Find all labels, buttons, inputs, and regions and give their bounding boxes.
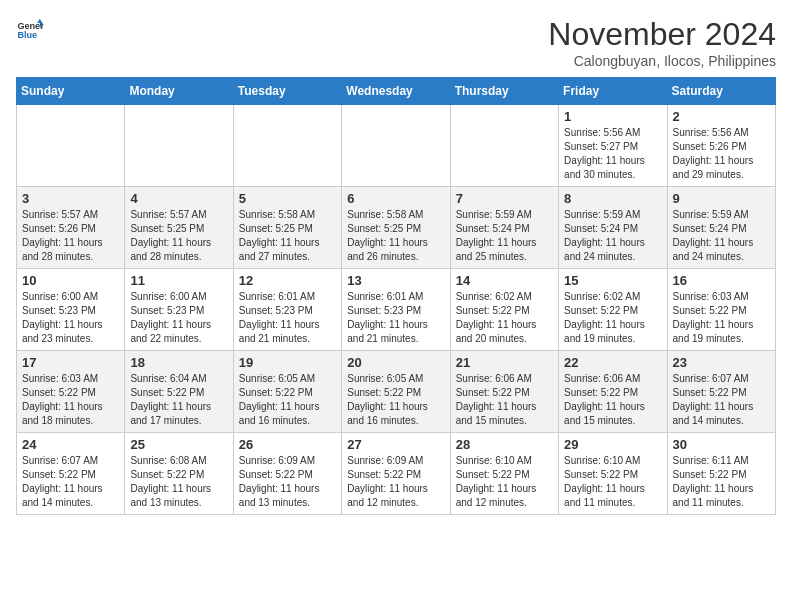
day-cell: 23Sunrise: 6:07 AMSunset: 5:22 PMDayligh… <box>667 351 775 433</box>
day-info: Sunrise: 6:04 AMSunset: 5:22 PMDaylight:… <box>130 372 227 428</box>
day-info: Sunrise: 6:10 AMSunset: 5:22 PMDaylight:… <box>456 454 553 510</box>
day-info: Sunrise: 5:59 AMSunset: 5:24 PMDaylight:… <box>673 208 770 264</box>
day-cell: 19Sunrise: 6:05 AMSunset: 5:22 PMDayligh… <box>233 351 341 433</box>
day-info: Sunrise: 6:08 AMSunset: 5:22 PMDaylight:… <box>130 454 227 510</box>
day-number: 14 <box>456 273 553 288</box>
weekday-header-sunday: Sunday <box>17 78 125 105</box>
day-cell: 14Sunrise: 6:02 AMSunset: 5:22 PMDayligh… <box>450 269 558 351</box>
day-info: Sunrise: 6:05 AMSunset: 5:22 PMDaylight:… <box>239 372 336 428</box>
day-number: 22 <box>564 355 661 370</box>
day-cell: 2Sunrise: 5:56 AMSunset: 5:26 PMDaylight… <box>667 105 775 187</box>
day-cell <box>17 105 125 187</box>
logo: General Blue General Blue <box>16 16 44 44</box>
day-number: 23 <box>673 355 770 370</box>
day-number: 10 <box>22 273 119 288</box>
day-cell <box>233 105 341 187</box>
day-number: 13 <box>347 273 444 288</box>
week-row-4: 17Sunrise: 6:03 AMSunset: 5:22 PMDayligh… <box>17 351 776 433</box>
day-cell: 18Sunrise: 6:04 AMSunset: 5:22 PMDayligh… <box>125 351 233 433</box>
month-title: November 2024 <box>548 16 776 53</box>
day-cell: 27Sunrise: 6:09 AMSunset: 5:22 PMDayligh… <box>342 433 450 515</box>
day-number: 29 <box>564 437 661 452</box>
day-cell: 21Sunrise: 6:06 AMSunset: 5:22 PMDayligh… <box>450 351 558 433</box>
day-number: 18 <box>130 355 227 370</box>
day-cell: 12Sunrise: 6:01 AMSunset: 5:23 PMDayligh… <box>233 269 341 351</box>
day-info: Sunrise: 5:56 AMSunset: 5:27 PMDaylight:… <box>564 126 661 182</box>
day-info: Sunrise: 6:09 AMSunset: 5:22 PMDaylight:… <box>347 454 444 510</box>
day-cell: 5Sunrise: 5:58 AMSunset: 5:25 PMDaylight… <box>233 187 341 269</box>
day-info: Sunrise: 6:06 AMSunset: 5:22 PMDaylight:… <box>564 372 661 428</box>
day-number: 7 <box>456 191 553 206</box>
day-number: 6 <box>347 191 444 206</box>
week-row-5: 24Sunrise: 6:07 AMSunset: 5:22 PMDayligh… <box>17 433 776 515</box>
day-number: 16 <box>673 273 770 288</box>
day-info: Sunrise: 5:58 AMSunset: 5:25 PMDaylight:… <box>239 208 336 264</box>
day-info: Sunrise: 6:06 AMSunset: 5:22 PMDaylight:… <box>456 372 553 428</box>
day-number: 28 <box>456 437 553 452</box>
day-number: 30 <box>673 437 770 452</box>
day-cell: 17Sunrise: 6:03 AMSunset: 5:22 PMDayligh… <box>17 351 125 433</box>
day-cell: 1Sunrise: 5:56 AMSunset: 5:27 PMDaylight… <box>559 105 667 187</box>
day-number: 12 <box>239 273 336 288</box>
day-cell: 10Sunrise: 6:00 AMSunset: 5:23 PMDayligh… <box>17 269 125 351</box>
day-cell <box>450 105 558 187</box>
day-info: Sunrise: 6:10 AMSunset: 5:22 PMDaylight:… <box>564 454 661 510</box>
weekday-header-monday: Monday <box>125 78 233 105</box>
day-cell: 11Sunrise: 6:00 AMSunset: 5:23 PMDayligh… <box>125 269 233 351</box>
day-cell <box>342 105 450 187</box>
day-cell: 16Sunrise: 6:03 AMSunset: 5:22 PMDayligh… <box>667 269 775 351</box>
calendar-body: 1Sunrise: 5:56 AMSunset: 5:27 PMDaylight… <box>17 105 776 515</box>
day-cell: 6Sunrise: 5:58 AMSunset: 5:25 PMDaylight… <box>342 187 450 269</box>
day-info: Sunrise: 6:00 AMSunset: 5:23 PMDaylight:… <box>22 290 119 346</box>
location-subtitle: Calongbuyan, Ilocos, Philippines <box>548 53 776 69</box>
day-number: 4 <box>130 191 227 206</box>
day-info: Sunrise: 6:01 AMSunset: 5:23 PMDaylight:… <box>347 290 444 346</box>
weekday-header-tuesday: Tuesday <box>233 78 341 105</box>
logo-icon: General Blue <box>16 16 44 44</box>
week-row-3: 10Sunrise: 6:00 AMSunset: 5:23 PMDayligh… <box>17 269 776 351</box>
day-info: Sunrise: 5:56 AMSunset: 5:26 PMDaylight:… <box>673 126 770 182</box>
weekday-header-thursday: Thursday <box>450 78 558 105</box>
day-info: Sunrise: 6:05 AMSunset: 5:22 PMDaylight:… <box>347 372 444 428</box>
day-number: 15 <box>564 273 661 288</box>
day-cell: 30Sunrise: 6:11 AMSunset: 5:22 PMDayligh… <box>667 433 775 515</box>
day-info: Sunrise: 6:07 AMSunset: 5:22 PMDaylight:… <box>22 454 119 510</box>
day-info: Sunrise: 6:02 AMSunset: 5:22 PMDaylight:… <box>564 290 661 346</box>
day-cell: 9Sunrise: 5:59 AMSunset: 5:24 PMDaylight… <box>667 187 775 269</box>
day-info: Sunrise: 6:02 AMSunset: 5:22 PMDaylight:… <box>456 290 553 346</box>
day-number: 25 <box>130 437 227 452</box>
day-number: 3 <box>22 191 119 206</box>
calendar-container: General Blue General Blue November 2024 … <box>0 0 792 525</box>
day-info: Sunrise: 6:09 AMSunset: 5:22 PMDaylight:… <box>239 454 336 510</box>
day-cell: 13Sunrise: 6:01 AMSunset: 5:23 PMDayligh… <box>342 269 450 351</box>
day-cell: 25Sunrise: 6:08 AMSunset: 5:22 PMDayligh… <box>125 433 233 515</box>
day-info: Sunrise: 5:58 AMSunset: 5:25 PMDaylight:… <box>347 208 444 264</box>
day-cell: 29Sunrise: 6:10 AMSunset: 5:22 PMDayligh… <box>559 433 667 515</box>
day-number: 20 <box>347 355 444 370</box>
weekday-header-row: SundayMondayTuesdayWednesdayThursdayFrid… <box>17 78 776 105</box>
day-info: Sunrise: 5:57 AMSunset: 5:26 PMDaylight:… <box>22 208 119 264</box>
day-number: 8 <box>564 191 661 206</box>
svg-text:Blue: Blue <box>17 30 37 40</box>
day-cell: 4Sunrise: 5:57 AMSunset: 5:25 PMDaylight… <box>125 187 233 269</box>
day-info: Sunrise: 5:59 AMSunset: 5:24 PMDaylight:… <box>456 208 553 264</box>
day-cell: 15Sunrise: 6:02 AMSunset: 5:22 PMDayligh… <box>559 269 667 351</box>
day-number: 26 <box>239 437 336 452</box>
day-cell: 24Sunrise: 6:07 AMSunset: 5:22 PMDayligh… <box>17 433 125 515</box>
day-cell <box>125 105 233 187</box>
day-number: 2 <box>673 109 770 124</box>
weekday-header-wednesday: Wednesday <box>342 78 450 105</box>
day-cell: 20Sunrise: 6:05 AMSunset: 5:22 PMDayligh… <box>342 351 450 433</box>
day-number: 9 <box>673 191 770 206</box>
day-number: 1 <box>564 109 661 124</box>
day-info: Sunrise: 6:03 AMSunset: 5:22 PMDaylight:… <box>673 290 770 346</box>
week-row-1: 1Sunrise: 5:56 AMSunset: 5:27 PMDaylight… <box>17 105 776 187</box>
weekday-header-friday: Friday <box>559 78 667 105</box>
day-info: Sunrise: 5:57 AMSunset: 5:25 PMDaylight:… <box>130 208 227 264</box>
day-number: 19 <box>239 355 336 370</box>
day-cell: 8Sunrise: 5:59 AMSunset: 5:24 PMDaylight… <box>559 187 667 269</box>
header: General Blue General Blue November 2024 … <box>16 16 776 69</box>
week-row-2: 3Sunrise: 5:57 AMSunset: 5:26 PMDaylight… <box>17 187 776 269</box>
day-info: Sunrise: 6:03 AMSunset: 5:22 PMDaylight:… <box>22 372 119 428</box>
day-number: 5 <box>239 191 336 206</box>
